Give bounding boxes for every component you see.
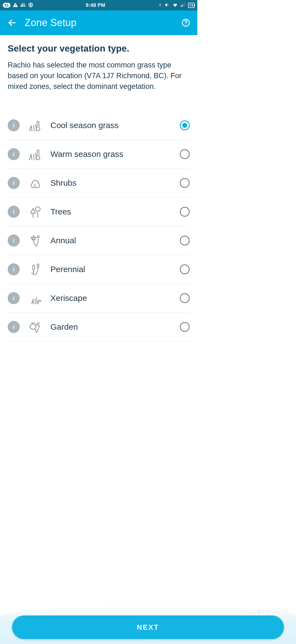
info-icon: i <box>13 179 15 187</box>
radio-button[interactable] <box>180 207 190 217</box>
globe-icon <box>28 2 33 9</box>
info-icon: i <box>13 151 15 158</box>
vegetation-option[interactable]: i Cool season grass <box>8 111 190 140</box>
vegetation-label: Xeriscape <box>50 293 180 303</box>
radio-button[interactable] <box>180 236 190 245</box>
radio-button[interactable] <box>180 264 190 274</box>
info-button[interactable]: i <box>8 177 20 189</box>
info-button[interactable]: i <box>8 119 20 131</box>
radio-button[interactable] <box>180 322 190 332</box>
grass-thermo-icon <box>27 146 43 162</box>
flower-icon <box>27 232 43 249</box>
vegetation-label: Shrubs <box>50 178 180 188</box>
volume-muted-icon <box>164 2 170 9</box>
info-button[interactable]: i <box>8 263 20 275</box>
vegetation-list: i Cool season grass i Warm season grass … <box>8 111 190 341</box>
help-button[interactable] <box>180 17 192 29</box>
battery-indicator: 74 <box>188 3 195 8</box>
app-bar: Zone Setup <box>0 10 197 35</box>
help-icon <box>181 18 190 27</box>
status-bar: 51 9:48 PM 74 <box>0 0 197 10</box>
vegetation-label: Warm season grass <box>50 149 180 159</box>
status-right: 74 <box>158 2 195 9</box>
info-icon: i <box>13 208 15 215</box>
info-icon: i <box>13 323 15 331</box>
vegetation-option[interactable]: i Trees <box>8 197 190 226</box>
grass-thermo-icon <box>27 117 43 134</box>
info-button[interactable]: i <box>8 235 20 247</box>
tulip-icon <box>27 261 43 278</box>
vegetation-label: Annual <box>50 236 180 245</box>
trees-icon <box>27 204 43 220</box>
vegetation-option[interactable]: i Xeriscape <box>8 284 190 313</box>
vegetation-option[interactable]: i Annual <box>8 226 190 255</box>
info-button[interactable]: i <box>8 148 20 160</box>
info-button[interactable]: i <box>8 321 20 333</box>
vegetation-option[interactable]: i Shrubs <box>8 169 190 197</box>
page-headline: Select your vegetation type. <box>8 43 190 54</box>
carrot-icon <box>27 319 43 335</box>
page-subtext: Rachio has selected the most common gras… <box>8 60 183 92</box>
contacts-icon <box>20 2 26 9</box>
info-button[interactable]: i <box>8 292 20 304</box>
wifi-icon <box>172 2 178 9</box>
radio-button[interactable] <box>180 178 190 188</box>
clock: 9:48 PM <box>86 2 106 8</box>
vegetation-label: Cool season grass <box>50 121 180 130</box>
vegetation-option[interactable]: i Warm season grass <box>8 140 190 169</box>
info-icon: i <box>13 237 15 244</box>
vegetation-option[interactable]: i Garden <box>8 313 190 341</box>
svg-rect-1 <box>181 5 181 7</box>
warning-icon <box>13 2 18 9</box>
cactus-icon <box>27 290 43 306</box>
shrub-icon <box>27 175 43 191</box>
svg-rect-2 <box>182 4 183 7</box>
notification-count-badge: 51 <box>3 3 10 8</box>
signal-icon <box>180 2 186 9</box>
info-icon: i <box>13 266 15 273</box>
app-bar-title: Zone Setup <box>25 17 180 29</box>
svg-point-7 <box>185 24 186 25</box>
vegetation-label: Perennial <box>50 265 180 274</box>
bluetooth-icon <box>158 2 162 9</box>
svg-rect-3 <box>183 4 184 7</box>
radio-button[interactable] <box>180 293 190 303</box>
status-left: 51 <box>3 2 33 9</box>
content: Select your vegetation type. Rachio has … <box>0 35 197 341</box>
arrow-left-icon <box>7 18 17 27</box>
vegetation-label: Trees <box>50 207 180 216</box>
vegetation-option[interactable]: i Perennial <box>8 255 190 284</box>
radio-button[interactable] <box>180 149 190 159</box>
radio-button[interactable] <box>180 120 190 130</box>
info-button[interactable]: i <box>8 206 20 218</box>
svg-rect-4 <box>184 2 185 7</box>
back-button[interactable] <box>5 16 19 29</box>
info-icon: i <box>13 122 15 129</box>
vegetation-label: Garden <box>50 322 180 332</box>
info-icon: i <box>13 295 15 302</box>
